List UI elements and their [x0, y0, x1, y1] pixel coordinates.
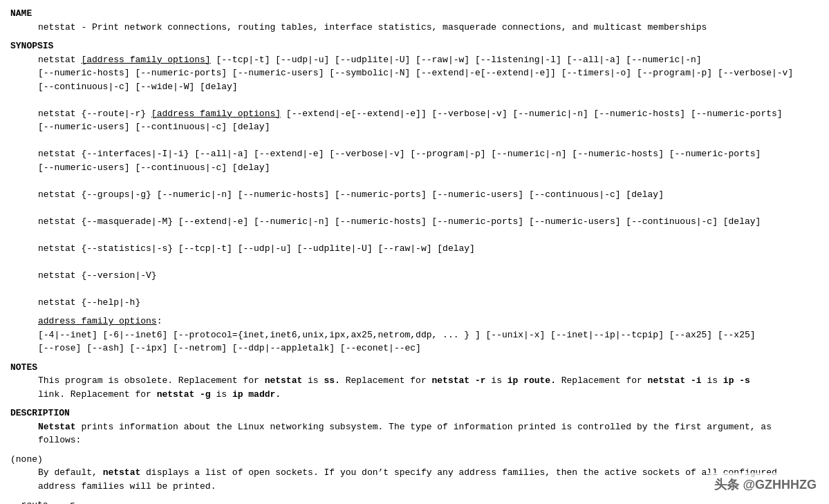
- address-family-section: address_family_options: [-4|--inet] [-6|…: [10, 315, 819, 355]
- notes-section: NOTES This program is obsolete. Replacem…: [10, 361, 819, 402]
- synopsis-line-11: netstat {--version|-V}: [38, 269, 819, 283]
- synopsis-line-8: netstat {--groups|-g} [--numeric|-n] [--…: [38, 188, 819, 202]
- synopsis-line-12: netstat {--help|-h}: [38, 296, 819, 310]
- synopsis-label: SYNOPSIS: [10, 41, 53, 51]
- description-text: Netstat prints information about the Lin…: [38, 420, 819, 447]
- synopsis-line-2: [--numeric-hosts] [--numeric-ports] [--n…: [38, 66, 819, 80]
- synopsis-line-5: [--numeric-users] [--continuous|-c] [del…: [38, 120, 819, 134]
- address-family-line1: [-4|--inet] [-6|--inet6] [--protocol={in…: [38, 328, 819, 342]
- man-page-content: NAME netstat - Print network connections…: [10, 7, 819, 504]
- none-label: (none): [10, 453, 819, 467]
- synopsis-line-6: netstat {--interfaces|-I|-i} [--all|-a] …: [38, 147, 819, 161]
- description-label: DESCRIPTION: [10, 408, 70, 418]
- none-section: (none) By default, netstat displays a li…: [10, 453, 819, 494]
- address-family-label: address_family_options:: [38, 315, 819, 328]
- notes-text: This program is obsolete. Replacement fo…: [38, 374, 819, 388]
- synopsis-line-7: [--numeric-users] [--continuous|-c] [del…: [38, 161, 819, 175]
- synopsis-line-4: netstat {--route|-r} [address_family_opt…: [38, 107, 819, 121]
- address-family-line2: [--rose] [--ash] [--ipx] [--netrom] [--d…: [38, 342, 819, 355]
- synopsis-lines: netstat [address_family_options] [--tcp|…: [38, 53, 819, 310]
- route-section: --route , -r Display the kernel routing …: [10, 498, 819, 504]
- description-section: DESCRIPTION Netstat prints information a…: [10, 407, 819, 447]
- route-label: --route , -r: [10, 498, 819, 504]
- name-text: netstat - Print network connections, rou…: [38, 21, 819, 35]
- watermark: 头条 @GZHHHZG: [709, 473, 822, 497]
- synopsis-line-10: netstat {--statistics|-s} [--tcp|-t] [--…: [38, 242, 819, 256]
- synopsis-line-1: netstat [address_family_options] [--tcp|…: [38, 53, 819, 67]
- notes-text2: link. Replacement for netstat -g is ip m…: [38, 388, 819, 402]
- name-section: NAME netstat - Print network connections…: [10, 7, 819, 34]
- synopsis-line-9: netstat {--masquerade|-M} [--extend|-e] …: [38, 215, 819, 229]
- none-text: By default, netstat displays a list of o…: [38, 466, 819, 493]
- notes-label: NOTES: [10, 362, 37, 373]
- synopsis-section: SYNOPSIS netstat [address_family_options…: [10, 39, 819, 309]
- synopsis-line-3: [--continuous|-c] [--wide|-W] [delay]: [38, 80, 819, 94]
- name-label: NAME: [10, 8, 32, 19]
